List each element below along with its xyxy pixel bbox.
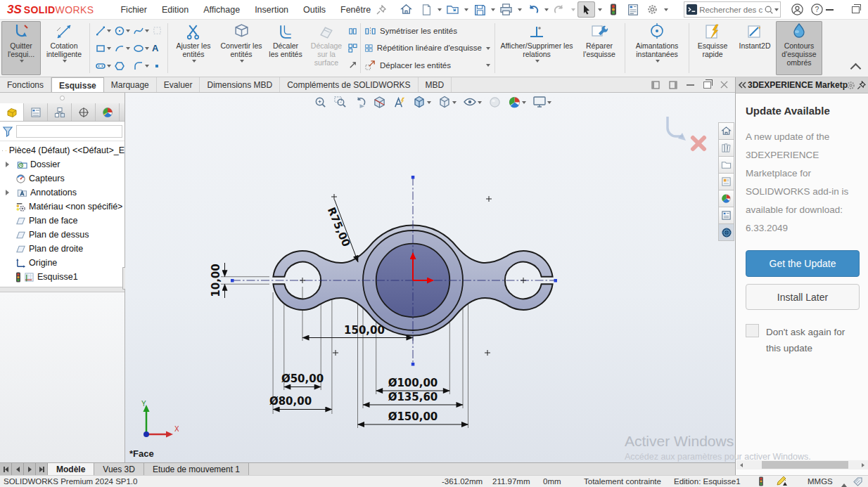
- offset-entities-button[interactable]: Décaler les entités: [266, 21, 305, 75]
- redo-button[interactable]: [551, 1, 568, 18]
- tab-display-manager[interactable]: [96, 103, 120, 121]
- tab-property-manager[interactable]: [24, 103, 48, 121]
- options-dropdown[interactable]: [664, 8, 668, 13]
- instant-snaps-dropdown[interactable]: [656, 60, 660, 65]
- scrollbar-thumb[interactable]: [762, 461, 848, 469]
- menu-fenetre[interactable]: Fenêtre: [340, 5, 371, 15]
- linear-pattern-button[interactable]: Répétition linéaire d'esquisse: [365, 43, 490, 53]
- search-icon[interactable]: [764, 5, 774, 15]
- move-entities-dropdown[interactable]: [486, 64, 490, 69]
- section-view-icon[interactable]: [373, 96, 386, 109]
- menu-edition[interactable]: Edition: [162, 5, 189, 15]
- get-update-button[interactable]: Get the Update: [746, 250, 860, 277]
- tree-root-part[interactable]: Pièce4 (Défaut) <<Défaut>_E: [0, 143, 125, 157]
- design-library-icon[interactable]: [718, 140, 734, 157]
- tab-vues-3d[interactable]: Vues 3D: [94, 463, 144, 475]
- tree-pane-splitter[interactable]: [0, 287, 125, 292]
- custom-properties-icon[interactable]: [718, 207, 734, 224]
- user-account-icon[interactable]: [789, 1, 806, 18]
- collapse-ribbon-chevron[interactable]: [850, 63, 862, 74]
- tree-item-plan-de-droite[interactable]: Plan de droite: [0, 242, 125, 256]
- scroll-left-arrow[interactable]: [736, 460, 746, 469]
- slot-tool[interactable]: [94, 58, 113, 74]
- search-dropdown[interactable]: [774, 8, 779, 13]
- search-input[interactable]: [698, 5, 764, 15]
- polygon-tool[interactable]: [113, 58, 132, 74]
- pin-panel-icon[interactable]: [857, 81, 866, 90]
- collapse-panel-icon[interactable]: [738, 81, 747, 89]
- exit-sketch-button[interactable]: Quitter l'esqui...: [1, 21, 41, 75]
- first-tab-button[interactable]: [0, 463, 12, 475]
- point-tool[interactable]: [151, 58, 164, 74]
- previous-view-icon[interactable]: [353, 96, 366, 109]
- view-orientation-icon[interactable]: [412, 95, 431, 109]
- status-expand-caret[interactable]: [841, 480, 847, 487]
- exit-sketch-dropdown[interactable]: [20, 60, 24, 65]
- trim-dropdown[interactable]: [192, 60, 196, 65]
- tree-item-plan-de-face[interactable]: Plan de face: [0, 214, 125, 228]
- instant2d-button[interactable]: Instant2D: [734, 21, 776, 75]
- smart-dimension-dropdown[interactable]: [63, 60, 67, 65]
- tab-etude-mouvement[interactable]: Etude de mouvement 1: [144, 463, 249, 475]
- panel-horizontal-scrollbar[interactable]: [736, 460, 868, 469]
- tab-mbd[interactable]: MBD: [419, 77, 452, 92]
- open-button[interactable]: [444, 1, 461, 18]
- view-palette-icon[interactable]: [718, 174, 734, 190]
- tab-feature-tree[interactable]: [0, 103, 24, 121]
- sketch-canvas[interactable]: 150,00 Ø50,00 Ø80,00 Ø100,00 Ø135,60 Ø15…: [125, 93, 735, 462]
- install-later-button[interactable]: Install Later: [746, 284, 860, 310]
- tree-item-esquisse1[interactable]: Esquisse1: [0, 270, 125, 284]
- sketch-edit-pencil-icon[interactable]: [777, 476, 788, 486]
- view-annotations-icon[interactable]: [392, 96, 406, 109]
- tree-filter-input[interactable]: [16, 125, 122, 138]
- undo-button[interactable]: [524, 1, 542, 18]
- graphics-viewport[interactable]: 150,00 Ø50,00 Ø80,00 Ø100,00 Ø135,60 Ø15…: [125, 93, 735, 462]
- shaded-sketch-contours-button[interactable]: Contours d'esquisse ombrés: [776, 21, 822, 75]
- trim-entities-button[interactable]: Ajuster les entités: [170, 21, 217, 75]
- threedexperience-icon[interactable]: [718, 224, 734, 241]
- scroll-right-arrow[interactable]: [858, 460, 868, 469]
- tab-marquage[interactable]: Marquage: [104, 77, 157, 92]
- move-small-icon[interactable]: [348, 60, 357, 70]
- tree-item-origine[interactable]: Origine: [0, 256, 125, 270]
- tree-item-dossier[interactable]: Dossier: [0, 157, 125, 171]
- menu-fichier[interactable]: Fichier: [120, 5, 147, 15]
- line-tool[interactable]: [94, 23, 113, 39]
- display-delete-relations-button[interactable]: Afficher/Supprimer les relations: [497, 21, 576, 75]
- circle-tool[interactable]: [113, 23, 132, 39]
- undo-dropdown[interactable]: [544, 8, 549, 13]
- convert-dropdown[interactable]: [240, 60, 244, 65]
- new-document-dropdown[interactable]: [438, 8, 442, 13]
- select-tool-button[interactable]: [577, 1, 595, 18]
- tree-item-materiau[interactable]: Matériau <non spécifié>: [0, 200, 125, 214]
- select-tool-dropdown[interactable]: [598, 8, 602, 13]
- doc-restore-button[interactable]: [703, 82, 711, 89]
- dock-right-icon[interactable]: [669, 81, 677, 89]
- minimize-button[interactable]: [826, 9, 834, 11]
- save-dropdown[interactable]: [491, 8, 495, 13]
- spline-tool[interactable]: [132, 23, 151, 39]
- zoom-to-fit-icon[interactable]: [314, 96, 327, 109]
- save-button[interactable]: [471, 1, 488, 18]
- confirm-exit-sketch-icon[interactable]: [668, 117, 683, 136]
- menu-outils[interactable]: Outils: [303, 5, 326, 15]
- open-dropdown[interactable]: [464, 8, 468, 13]
- expand-arrow-icon[interactable]: [6, 162, 12, 167]
- dont-ask-checkbox[interactable]: [746, 324, 759, 337]
- tab-dimensions-mbd[interactable]: Dimensions MBD: [200, 77, 280, 92]
- rapid-sketch-button[interactable]: Esquisse rapide: [691, 21, 734, 75]
- mirror-entities-button[interactable]: Symétriser les entités: [365, 26, 490, 37]
- options-gear-button[interactable]: [644, 1, 661, 18]
- mirror-small-icon[interactable]: [348, 27, 357, 36]
- expand-arrow-icon[interactable]: [6, 190, 12, 195]
- menu-affichage[interactable]: Affichage: [203, 5, 240, 15]
- repair-sketch-button[interactable]: Réparer l'esquisse: [576, 21, 623, 75]
- rectangle-tool[interactable]: [94, 41, 113, 56]
- move-entities-button[interactable]: Déplacer les entités: [365, 60, 490, 70]
- dock-left-icon[interactable]: [651, 81, 660, 89]
- help-button[interactable]: ?: [808, 1, 826, 18]
- doc-minimize-button[interactable]: [687, 84, 694, 86]
- tab-configuration-manager[interactable]: [48, 103, 72, 121]
- fillet-tool[interactable]: [132, 58, 151, 74]
- tree-item-capteurs[interactable]: Capteurs: [0, 171, 125, 186]
